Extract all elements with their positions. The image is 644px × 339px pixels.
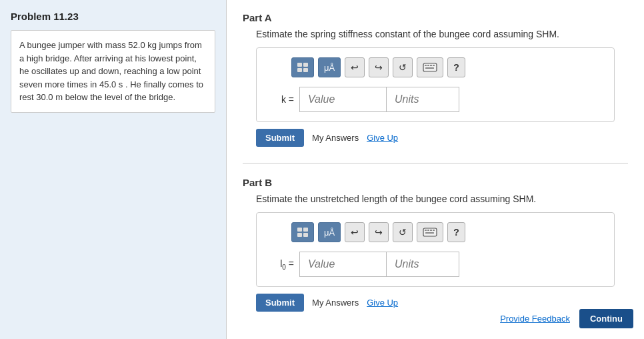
part-b-redo-btn[interactable]: ↪: [369, 222, 389, 242]
part-a-give-up[interactable]: Give Up: [367, 133, 398, 143]
part-b-help-btn[interactable]: ?: [447, 222, 465, 242]
divider: [243, 163, 628, 163]
part-b-answer-box: μÅ ↩ ↪ ↺ ? l0 =: [256, 212, 615, 287]
svg-rect-10: [433, 230, 435, 231]
part-a-refresh-btn[interactable]: ↺: [393, 57, 413, 77]
part-b-undo-btn[interactable]: ↩: [345, 222, 365, 242]
part-b-grid-icon-btn[interactable]: [291, 222, 314, 242]
part-b-submit-button[interactable]: Submit: [256, 294, 304, 312]
svg-rect-5: [425, 67, 434, 69]
part-b-value-input[interactable]: [299, 252, 386, 277]
svg-rect-4: [433, 65, 435, 66]
part-a-units-input[interactable]: [386, 87, 459, 112]
part-a-undo-btn[interactable]: ↩: [345, 57, 365, 77]
part-a-help-btn[interactable]: ?: [447, 57, 465, 77]
part-a-title: Part A: [243, 12, 628, 23]
svg-rect-9: [430, 230, 432, 231]
provide-feedback-link[interactable]: Provide Feedback: [500, 314, 570, 324]
part-a-mu-btn[interactable]: μÅ: [318, 57, 341, 77]
part-a-grid-icon-btn[interactable]: [291, 57, 314, 77]
svg-rect-2: [427, 65, 429, 66]
part-b-label: l0 =: [267, 258, 294, 271]
left-panel: Problem 11.23 A bungee jumper with mass …: [0, 0, 227, 339]
part-a-section: Part A Estimate the spring stiffness con…: [243, 12, 628, 147]
part-a-input-row: k =: [267, 87, 603, 112]
part-a-toolbar: μÅ ↩ ↪ ↺ ?: [267, 57, 603, 77]
part-b-mu-btn[interactable]: μÅ: [318, 222, 341, 242]
part-b-units-input[interactable]: [386, 252, 459, 277]
part-a-label: k =: [267, 94, 294, 105]
part-b-toolbar: μÅ ↩ ↪ ↺ ?: [267, 222, 603, 242]
footer-row: Provide Feedback Continu: [500, 309, 633, 328]
part-b-give-up[interactable]: Give Up: [367, 298, 398, 308]
svg-rect-11: [425, 232, 434, 234]
part-a-answer-box: μÅ ↩ ↪ ↺ ? k =: [256, 47, 615, 122]
part-b-refresh-btn[interactable]: ↺: [393, 222, 413, 242]
right-panel: Part A Estimate the spring stiffness con…: [227, 0, 644, 339]
part-a-value-input[interactable]: [299, 87, 386, 112]
problem-description: A bungee jumper with mass 52.0 kg jumps …: [11, 30, 215, 113]
continue-button[interactable]: Continu: [579, 309, 633, 328]
svg-rect-3: [430, 65, 432, 66]
part-b-question: Estimate the unstretched length of the b…: [256, 194, 628, 204]
part-a-submit-button[interactable]: Submit: [256, 129, 304, 147]
part-b-input-row: l0 =: [267, 252, 603, 277]
svg-rect-1: [425, 65, 427, 66]
part-a-keyboard-btn[interactable]: [417, 57, 443, 77]
part-a-question: Estimate the spring stiffness constant o…: [256, 29, 628, 39]
part-a-my-answers[interactable]: My Answers: [312, 133, 359, 143]
svg-rect-8: [427, 230, 429, 231]
part-b-keyboard-btn[interactable]: [417, 222, 443, 242]
svg-rect-7: [425, 230, 427, 231]
part-a-action-row: Submit My Answers Give Up: [256, 129, 628, 147]
part-b-title: Part B: [243, 177, 628, 188]
part-a-redo-btn[interactable]: ↪: [369, 57, 389, 77]
problem-title: Problem 11.23: [11, 11, 215, 22]
part-b-section: Part B Estimate the unstretched length o…: [243, 177, 628, 312]
part-b-my-answers[interactable]: My Answers: [312, 298, 359, 308]
